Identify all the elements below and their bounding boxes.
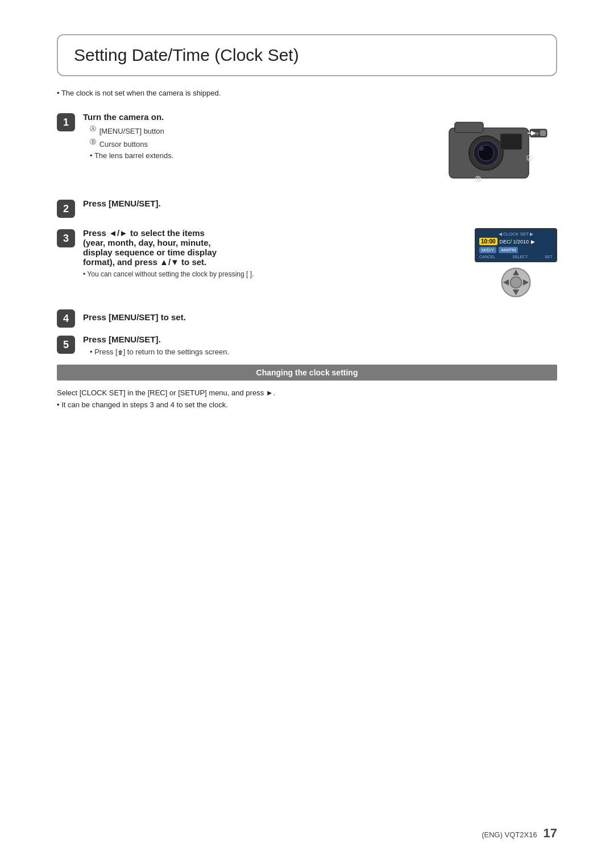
svg-point-18 (511, 277, 522, 288)
step-1-main: Turn the camera on. (83, 112, 435, 122)
step-2-row: 2 Press [MENU/SET]. (57, 199, 557, 218)
svg-text:Ⓑ: Ⓑ (475, 176, 482, 183)
svg-rect-9 (540, 130, 546, 136)
step-3-main: Press ◄/► to select the items (year, mon… (83, 228, 467, 267)
step-4-row: 4 Press [MENU/SET] to set. (57, 308, 557, 328)
step-1-row: 1 Turn the camera on. Ⓐ [MENU/SET] butto… (57, 112, 557, 186)
step-5-main: Press [MENU/SET]. (83, 334, 557, 344)
step-5-content: Press [MENU/SET]. • Press [🗑] to return … (83, 334, 557, 358)
svg-text:Ⓐ: Ⓐ (526, 155, 533, 162)
svg-point-5 (479, 146, 484, 151)
page-title: Setting Date/Time (Clock Set) (74, 46, 299, 64)
page-number-area: (ENG) VQT2X16 17 (482, 826, 557, 841)
step-4-main: Press [MENU/SET] to set. (83, 312, 557, 322)
step-4-content: Press [MENU/SET] to set. (83, 312, 557, 324)
clock-screen-mock: ◀ CLOCK SET ▶ 10:00 DEC/ 1/2010 ▶ M/D/Y … (475, 228, 557, 262)
step-3-content: Press ◄/► to select the items (year, mon… (83, 228, 467, 284)
step-2-content: Press [MENU/SET]. (83, 199, 557, 210)
step-1-sub-a: Ⓐ [MENU/SET] button (90, 124, 435, 137)
step-5-row: 5 Press [MENU/SET]. • Press [🗑] to retur… (57, 334, 557, 358)
step-5-sub: • Press [🗑] to return to the settings sc… (90, 346, 557, 358)
page-number: 17 (544, 826, 557, 840)
svg-rect-6 (500, 134, 522, 150)
bottom-note-2: • It can be changed in steps 3 and 4 to … (57, 400, 557, 409)
subtitle-note: • The clock is not set when the camera i… (57, 89, 557, 97)
svg-rect-1 (455, 122, 483, 133)
page-container: Setting Date/Time (Clock Set) • The cloc… (0, 0, 614, 868)
step-4-badge: 4 (57, 309, 75, 328)
step-1-badge: 1 (57, 113, 75, 131)
page-number-prefix: (ENG) VQT2X16 (482, 830, 537, 839)
title-box: Setting Date/Time (Clock Set) (57, 34, 557, 76)
step-3-note: • You can cancel without setting the clo… (83, 270, 467, 278)
step-1-sub-b: Ⓑ Cursor buttons (90, 137, 435, 150)
changing-bar: Changing the clock setting (57, 365, 557, 381)
step-3-badge: 3 (57, 229, 75, 247)
step-1-content: Turn the camera on. Ⓐ [MENU/SET] button … (83, 112, 435, 161)
step-2-main: Press [MENU/SET]. (83, 199, 557, 208)
step-3-row: 3 Press ◄/► to select the items (year, m… (57, 228, 557, 298)
step-2-badge: 2 (57, 200, 75, 218)
step-5-badge: 5 (57, 336, 75, 354)
step-1-sub-lens: • The lens barrel extends. (90, 150, 435, 162)
bottom-note-1: Select [CLOCK SET] in the [REC] or [SETU… (57, 388, 557, 397)
step-3-image-area: ◀ CLOCK SET ▶ 10:00 DEC/ 1/2010 ▶ M/D/Y … (475, 228, 557, 298)
dpad-icon (500, 267, 532, 298)
camera-illustration: OFF ON Ⓐ Ⓑ (443, 112, 557, 186)
